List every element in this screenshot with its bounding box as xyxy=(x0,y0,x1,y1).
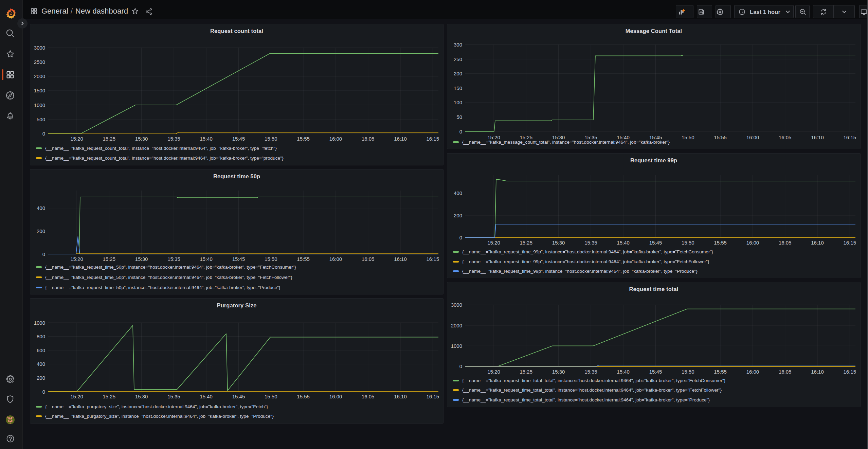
svg-text:1000: 1000 xyxy=(451,343,462,349)
svg-text:200: 200 xyxy=(454,71,462,76)
svg-text:15:35: 15:35 xyxy=(167,394,180,399)
svg-text:15:50: 15:50 xyxy=(265,256,277,262)
svg-text:0: 0 xyxy=(459,363,462,369)
svg-text:15:55: 15:55 xyxy=(714,134,727,140)
svg-text:16:15: 16:15 xyxy=(427,256,439,262)
svg-text:16:00: 16:00 xyxy=(329,394,342,399)
svg-text:16:05: 16:05 xyxy=(362,256,375,262)
svg-text:15:40: 15:40 xyxy=(200,136,213,142)
svg-text:15:55: 15:55 xyxy=(714,240,727,246)
svg-text:500: 500 xyxy=(37,116,45,122)
svg-text:16:10: 16:10 xyxy=(811,134,824,140)
svg-text:15:35: 15:35 xyxy=(584,369,597,375)
svg-text:15:40: 15:40 xyxy=(200,256,213,262)
svg-text:15:30: 15:30 xyxy=(135,256,148,262)
svg-text:15:20: 15:20 xyxy=(70,256,83,262)
svg-text:16:05: 16:05 xyxy=(779,369,792,375)
svg-text:15:55: 15:55 xyxy=(297,256,310,262)
svg-text:15:30: 15:30 xyxy=(135,394,148,399)
svg-text:15:35: 15:35 xyxy=(167,136,180,142)
svg-text:400: 400 xyxy=(37,205,45,211)
svg-text:15:50: 15:50 xyxy=(265,136,277,142)
svg-text:15:25: 15:25 xyxy=(520,369,533,375)
svg-text:2000: 2000 xyxy=(451,323,462,328)
svg-text:100: 100 xyxy=(454,100,462,105)
svg-text:15:20: 15:20 xyxy=(70,136,83,142)
svg-text:2000: 2000 xyxy=(34,73,45,79)
svg-text:400: 400 xyxy=(37,361,45,367)
svg-text:16:10: 16:10 xyxy=(811,240,824,246)
svg-text:15:45: 15:45 xyxy=(232,256,245,262)
svg-text:16:05: 16:05 xyxy=(362,136,375,142)
svg-text:0: 0 xyxy=(42,251,45,257)
svg-text:0: 0 xyxy=(459,235,462,240)
svg-text:400: 400 xyxy=(454,190,462,196)
svg-text:15:25: 15:25 xyxy=(520,240,533,246)
svg-text:15:20: 15:20 xyxy=(487,369,500,375)
svg-text:16:05: 16:05 xyxy=(779,240,792,246)
svg-text:200: 200 xyxy=(37,375,45,381)
svg-text:15:55: 15:55 xyxy=(297,136,310,142)
svg-text:15:30: 15:30 xyxy=(135,136,148,142)
svg-text:16:00: 16:00 xyxy=(746,134,759,140)
svg-text:16:10: 16:10 xyxy=(811,369,824,375)
svg-text:15:45: 15:45 xyxy=(649,369,662,375)
svg-text:16:10: 16:10 xyxy=(394,136,407,142)
svg-text:15:50: 15:50 xyxy=(682,369,694,375)
svg-text:15:25: 15:25 xyxy=(103,256,116,262)
svg-text:15:50: 15:50 xyxy=(265,394,277,399)
svg-text:0: 0 xyxy=(42,131,45,137)
svg-text:16:00: 16:00 xyxy=(746,240,759,246)
svg-text:200: 200 xyxy=(37,228,45,234)
svg-text:15:30: 15:30 xyxy=(552,369,565,375)
svg-text:15:20: 15:20 xyxy=(487,240,500,246)
svg-text:15:50: 15:50 xyxy=(682,240,694,246)
svg-text:1500: 1500 xyxy=(34,88,45,93)
svg-text:16:15: 16:15 xyxy=(427,394,439,399)
svg-text:16:15: 16:15 xyxy=(844,240,856,246)
svg-text:16:05: 16:05 xyxy=(779,134,792,140)
svg-text:15:25: 15:25 xyxy=(103,136,116,142)
svg-text:15:40: 15:40 xyxy=(617,240,630,246)
svg-text:15:30: 15:30 xyxy=(552,240,565,246)
svg-text:15:20: 15:20 xyxy=(70,394,83,399)
svg-text:16:00: 16:00 xyxy=(329,256,342,262)
svg-text:16:05: 16:05 xyxy=(362,394,375,399)
svg-text:15:45: 15:45 xyxy=(649,240,662,246)
svg-text:15:35: 15:35 xyxy=(584,240,597,246)
svg-text:15:40: 15:40 xyxy=(200,394,213,399)
svg-text:16:00: 16:00 xyxy=(329,136,342,142)
svg-text:15:50: 15:50 xyxy=(682,134,694,140)
svg-text:200: 200 xyxy=(454,213,462,218)
svg-text:150: 150 xyxy=(454,85,462,91)
svg-text:15:55: 15:55 xyxy=(297,394,310,399)
svg-text:16:15: 16:15 xyxy=(844,369,856,375)
svg-text:2500: 2500 xyxy=(34,59,45,65)
svg-text:800: 800 xyxy=(37,334,45,339)
svg-text:3000: 3000 xyxy=(34,45,45,51)
svg-text:16:15: 16:15 xyxy=(427,136,439,142)
svg-text:250: 250 xyxy=(454,56,462,62)
svg-text:15:55: 15:55 xyxy=(714,369,727,375)
svg-text:1000: 1000 xyxy=(34,320,45,326)
svg-text:16:00: 16:00 xyxy=(746,369,759,375)
svg-text:16:15: 16:15 xyxy=(844,134,856,140)
svg-text:15:35: 15:35 xyxy=(167,256,180,262)
svg-text:15:25: 15:25 xyxy=(103,394,116,399)
svg-text:15:40: 15:40 xyxy=(617,369,630,375)
svg-text:300: 300 xyxy=(454,42,462,48)
svg-text:1000: 1000 xyxy=(34,102,45,108)
svg-text:16:10: 16:10 xyxy=(394,394,407,399)
svg-text:0: 0 xyxy=(459,129,462,134)
svg-text:16:10: 16:10 xyxy=(394,256,407,262)
svg-text:50: 50 xyxy=(456,114,462,120)
svg-text:0: 0 xyxy=(42,389,45,395)
svg-text:15:45: 15:45 xyxy=(232,394,245,399)
svg-text:600: 600 xyxy=(37,347,45,353)
svg-text:15:45: 15:45 xyxy=(232,136,245,142)
svg-text:3000: 3000 xyxy=(451,302,462,308)
